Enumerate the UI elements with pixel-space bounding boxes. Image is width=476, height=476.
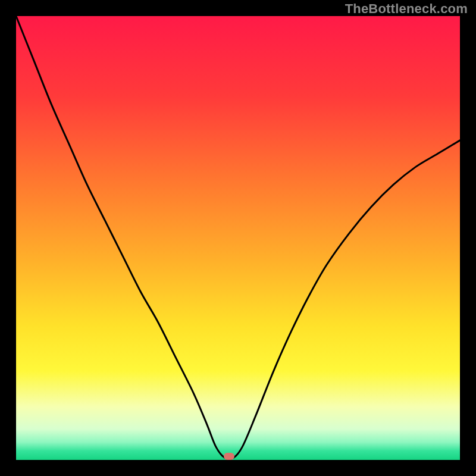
optimum-marker — [224, 453, 234, 460]
plot-area — [16, 16, 460, 460]
watermark-text: TheBottleneck.com — [345, 1, 468, 17]
chart-frame: TheBottleneck.com — [0, 0, 476, 476]
bottleneck-curve — [16, 16, 460, 460]
